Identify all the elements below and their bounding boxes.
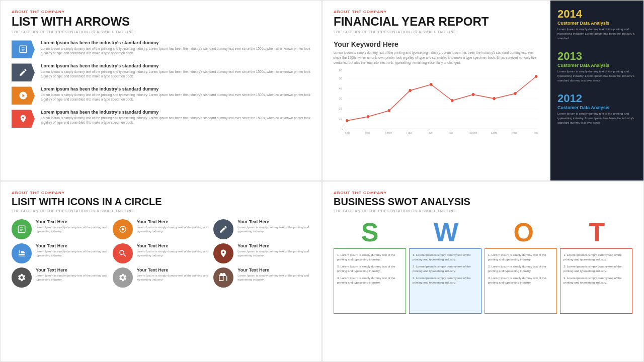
swot-s-point-3: Lorem Ipsum is simply dummy text of the …	[337, 276, 403, 285]
arrow-icon-1	[12, 40, 35, 58]
arrow-icon-4	[12, 110, 35, 128]
panel2-tagline: The Slogan Of The Presentation Or A Smal…	[334, 30, 539, 34]
svg-text:One: One	[345, 131, 350, 134]
year-2012-title: Customer Data Analysis	[557, 105, 636, 110]
year-2013: 2013	[557, 50, 636, 63]
svg-text:30: 30	[339, 97, 342, 100]
arrow-text-4: Lorem Ipsum has been the industry's stan…	[41, 110, 310, 125]
swot-o-point-3: Lorem Ipsum is simply dummy text of the …	[488, 276, 553, 285]
arrow-item-4: Lorem Ipsum has been the industry's stan…	[12, 110, 310, 128]
circle-icon-5	[113, 243, 133, 263]
year-2014-text: Lorem Ipsum is simply dummy text of the …	[557, 27, 636, 41]
sidebar-year-2014: 2014 Customer Data Analysis Lorem Ipsum …	[557, 8, 636, 41]
svg-point-18	[430, 83, 432, 86]
icon-text-4: Your Text Here Lorem Ipsum is simply dum…	[36, 243, 109, 258]
svg-rect-37	[19, 254, 25, 255]
swot-t-point-3: Lorem Ipsum is simply dummy text of the …	[564, 276, 629, 285]
panel1-about: About The Company	[12, 10, 310, 14]
panel2-title: Financial Year Report	[334, 15, 539, 28]
icon-text-2: Your Text Here Lorem Ipsum is simply dum…	[137, 219, 210, 234]
circle-icon-3	[213, 219, 233, 239]
arrow-icon-2	[12, 63, 35, 81]
panel-swot: About The Company Business SWOT Analysis…	[322, 181, 644, 362]
arrow-text-2: Lorem Ipsum has been the industry's stan…	[41, 63, 310, 78]
icon-item-7: Your Text Here Lorem Ipsum is simply dum…	[12, 267, 109, 288]
chart-svg: 0 10 20 30 40 50 60	[334, 69, 539, 135]
panel3-tagline: The Slogan Of The Presentation Or A Smal…	[12, 209, 310, 213]
svg-point-15	[367, 115, 369, 118]
svg-text:Nine: Nine	[512, 131, 517, 134]
swot-box-s: Lorem Ipsum is simply dummy text of the …	[334, 248, 406, 314]
panel3-title: Lisit With Icons In A Circle	[12, 196, 310, 207]
icon-item-6: Your Text Here Lorem Ipsum is simply dum…	[213, 243, 310, 263]
icons-grid: Your Text Here Lorem Ipsum is simply dum…	[12, 219, 310, 288]
svg-text:20: 20	[339, 107, 342, 110]
financial-main: About The Company Financial Year Report …	[323, 1, 550, 180]
icon-item-2: Your Text Here Lorem Ipsum is simply dum…	[113, 219, 210, 239]
arrow-text-1: Lorem Ipsum has been the industry's stan…	[41, 40, 310, 55]
icon-text-6: Your Text Here Lorem Ipsum is simply dum…	[237, 243, 310, 258]
circle-icon-4	[12, 243, 32, 263]
svg-point-21	[493, 97, 496, 100]
svg-text:10: 10	[339, 117, 342, 120]
panel3-about: About The Company	[12, 191, 310, 195]
sidebar-year-2013: 2013 Customer Data Analysis Lorem Ipsum …	[557, 50, 636, 83]
panel1-tagline: The Slogan Of The Presentation Or A Smal…	[12, 30, 310, 34]
svg-text:0: 0	[342, 127, 343, 130]
swot-t-point-2: Lorem Ipsum is simply dummy text of the …	[564, 264, 629, 274]
panel4-tagline: The Slogan Of The Presentation Or A Smal…	[334, 209, 632, 213]
year-2014-title: Customer Data Analysis	[557, 21, 636, 26]
panel4-title: Business SWOT Analysis	[334, 196, 632, 207]
svg-point-19	[451, 99, 453, 102]
icon-item-3: Your Text Here Lorem Ipsum is simply dum…	[213, 219, 310, 239]
svg-point-23	[535, 75, 537, 78]
panel4-about: About The Company	[334, 191, 632, 195]
panel1-title: List With Arrows	[12, 15, 310, 28]
swot-s-point-1: Lorem Ipsum is simply dummy text of the …	[337, 253, 403, 262]
swot-letters: S W O T	[334, 219, 632, 245]
chart-keyword: Your Keyword Here	[334, 40, 539, 48]
svg-text:Six: Six	[449, 131, 453, 134]
arrow-item-1: Lorem Ipsum has been the industry's stan…	[12, 40, 310, 58]
svg-text:Three: Three	[385, 131, 392, 134]
svg-point-16	[388, 109, 390, 112]
circle-icon-8	[113, 267, 133, 288]
panel-financial: About The Company Financial Year Report …	[322, 0, 644, 181]
icon-item-8: Your Text Here Lorem Ipsum is simply dum…	[113, 267, 210, 288]
panel-icons-circle: About The Company Lisit With Icons In A …	[0, 181, 322, 362]
swot-boxes: Lorem Ipsum is simply dummy text of the …	[334, 248, 632, 314]
year-2014: 2014	[557, 8, 636, 21]
icon-item-1: Your Text Here Lorem Ipsum is simply dum…	[12, 219, 109, 239]
icon-text-7: Your Text Here Lorem Ipsum is simply dum…	[36, 267, 109, 282]
swot-o-letter: O	[514, 219, 534, 245]
svg-point-36	[121, 228, 124, 231]
svg-text:40: 40	[339, 86, 342, 89]
arrow-text-3: Lorem Ipsum has been the industry's stan…	[41, 86, 310, 102]
svg-point-20	[472, 93, 474, 96]
sidebar-year-2012: 2012 Customer Data Analysis Lorem Ipsum …	[557, 92, 636, 125]
icon-text-9: Your Text Here Lorem Ipsum is simply dum…	[237, 267, 310, 282]
svg-text:Ten: Ten	[533, 131, 538, 134]
circle-icon-7	[12, 267, 32, 288]
swot-t-letter: T	[589, 219, 605, 245]
chart-description: Lorem Ipsum is simply dummy text of the …	[334, 50, 539, 65]
svg-text:Two: Two	[365, 131, 370, 134]
swot-w-point-1: Lorem Ipsum is simply dummy text of the …	[413, 253, 478, 262]
icon-text-5: Your Text Here Lorem Ipsum is simply dum…	[137, 243, 210, 258]
swot-w-point-3: Lorem Ipsum is simply dummy text of the …	[413, 276, 478, 285]
icon-text-3: Your Text Here Lorem Ipsum is simply dum…	[237, 219, 310, 234]
circle-icon-2	[113, 219, 133, 239]
svg-text:Eight: Eight	[491, 131, 498, 134]
circle-icon-6	[213, 243, 233, 263]
icon-item-9: Your Text Here Lorem Ipsum is simply dum…	[213, 267, 310, 288]
financial-sidebar: 2014 Customer Data Analysis Lorem Ipsum …	[550, 1, 643, 180]
swot-box-t: Lorem Ipsum is simply dummy text of the …	[560, 248, 632, 314]
icon-text-1: Your Text Here Lorem Ipsum is simply dum…	[36, 219, 109, 234]
svg-text:Seven: Seven	[469, 131, 477, 134]
swot-box-w: Lorem Ipsum is simply dummy text of the …	[409, 248, 481, 314]
panel-list-arrows: About The Company List With Arrows The S…	[0, 0, 322, 181]
year-2013-text: Lorem Ipsum is simply dummy text of the …	[557, 69, 636, 83]
year-2012: 2012	[557, 92, 636, 105]
year-2012-text: Lorem Ipsum is simply dummy text of the …	[557, 112, 636, 125]
swot-s-point-2: Lorem Ipsum is simply dummy text of the …	[337, 264, 403, 274]
